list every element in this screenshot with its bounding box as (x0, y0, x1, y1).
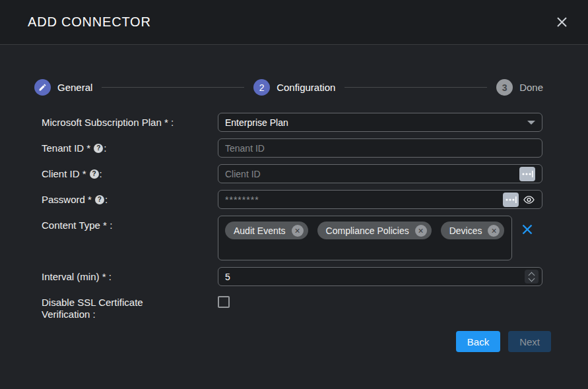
show-password-eye-icon[interactable] (523, 195, 535, 204)
client-id-label: Client ID * ? : (42, 164, 218, 183)
subscription-plan-value: Enterprise Plan (225, 117, 288, 128)
content-type-multiselect[interactable]: Audit Events × Compliance Policies × Dev… (218, 216, 512, 260)
pencil-icon (34, 79, 51, 96)
remove-chip-icon[interactable]: × (415, 225, 427, 237)
clear-all-icon[interactable] (512, 216, 542, 235)
next-button[interactable]: Next (508, 331, 551, 352)
client-id-input[interactable] (225, 169, 519, 179)
content-type-row: Content Type * : Audit Events × Complian… (42, 216, 542, 260)
password-field-wrap (218, 190, 542, 209)
remove-chip-icon[interactable]: × (292, 225, 304, 237)
step-3-indicator: 3 (496, 79, 513, 96)
wizard-stepper: General 2 Configuration 3 Done (34, 79, 543, 96)
step-general-label: General (57, 82, 92, 93)
tenant-id-row: Tenant ID * ? : (42, 138, 542, 158)
step-configuration-label: Configuration (277, 82, 335, 93)
connector-form: Microsoft Subscription Plan * : Enterpri… (42, 113, 542, 320)
client-id-row: Client ID * ? : (42, 164, 542, 183)
lookup-ellipsis-icon[interactable] (519, 167, 535, 181)
step-done[interactable]: 3 Done (496, 79, 543, 96)
ssl-label-text: Disable SSL Certificate Verification : (42, 297, 143, 320)
interval-field-wrap (218, 267, 542, 286)
password-row: Password * ? : (42, 190, 542, 209)
client-id-colon: : (100, 168, 102, 180)
tenant-id-input[interactable] (225, 143, 535, 154)
tenant-id-field-wrap (218, 138, 542, 158)
stepper-connector (102, 87, 244, 88)
password-colon: : (105, 194, 108, 206)
interval-input[interactable] (225, 272, 535, 282)
chevron-down-icon (527, 121, 535, 125)
ssl-row: Disable SSL Certificate Verification : (42, 293, 542, 320)
step-configuration[interactable]: 2 Configuration (253, 79, 335, 96)
interval-label: Interval (min) * : (42, 267, 218, 286)
dialog-footer: Back Next (0, 331, 551, 352)
tenant-id-label-text: Tenant ID * (42, 142, 90, 154)
chip-audit-events: Audit Events × (225, 222, 308, 239)
tenant-id-colon: : (104, 142, 106, 154)
chip-compliance-policies: Compliance Policies × (317, 222, 432, 239)
dialog-title: ADD CONNECTOR (28, 15, 151, 30)
client-id-field-wrap (218, 164, 542, 183)
stepper-connector (344, 87, 487, 88)
subscription-plan-label: Microsoft Subscription Plan * : (42, 113, 218, 132)
ssl-label-line1: Disable SSL Certificate (42, 297, 143, 308)
step-general[interactable]: General (34, 79, 92, 96)
help-icon[interactable]: ? (90, 169, 99, 179)
password-label: Password * ? : (42, 190, 218, 209)
interval-row: Interval (min) * : (42, 267, 542, 286)
remove-chip-icon[interactable]: × (488, 225, 500, 237)
ssl-label-line2: Verification : (42, 309, 96, 320)
content-type-label: Content Type * : (42, 216, 218, 260)
add-connector-dialog: ADD CONNECTOR General 2 Configuration 3 (0, 0, 588, 389)
password-input[interactable] (225, 194, 503, 205)
client-id-label-text: Client ID * (42, 168, 86, 180)
dialog-header: ADD CONNECTOR (0, 0, 588, 45)
ssl-checkbox[interactable] (218, 296, 230, 308)
tenant-id-label: Tenant ID * ? : (42, 138, 218, 158)
back-button[interactable]: Back (456, 331, 500, 352)
help-icon[interactable]: ? (94, 144, 103, 153)
step-2-indicator: 2 (253, 79, 270, 96)
chip-label: Compliance Policies (326, 225, 409, 236)
number-stepper[interactable] (525, 270, 539, 284)
subscription-plan-select[interactable]: Enterprise Plan (218, 113, 542, 132)
close-icon[interactable] (554, 15, 570, 30)
step-done-label: Done (519, 82, 543, 93)
password-label-text: Password * (42, 194, 92, 206)
subscription-plan-row: Microsoft Subscription Plan * : Enterpri… (42, 113, 542, 132)
chip-label: Audit Events (234, 225, 286, 236)
help-icon[interactable]: ? (95, 195, 104, 204)
chip-devices: Devices × (441, 222, 505, 239)
lookup-ellipsis-icon[interactable] (503, 193, 519, 207)
chip-label: Devices (449, 225, 482, 236)
ssl-label: Disable SSL Certificate Verification : (42, 293, 218, 320)
